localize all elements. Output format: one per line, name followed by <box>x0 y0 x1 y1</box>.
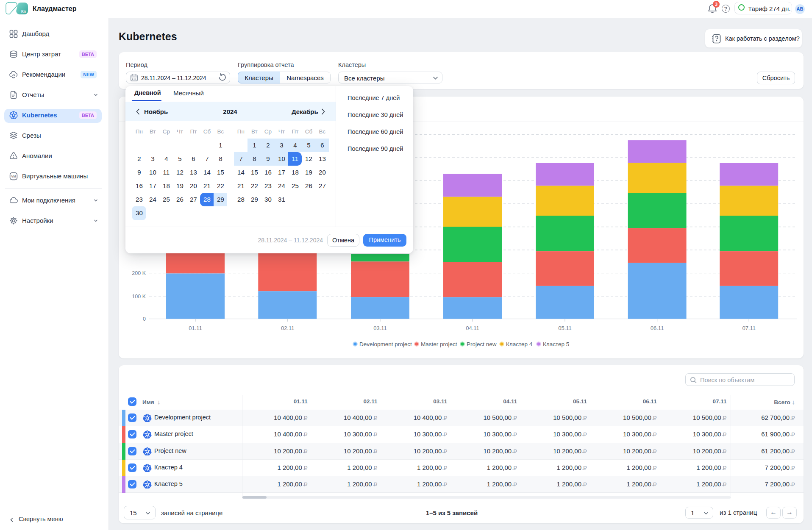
svg-text:02.11: 02.11 <box>281 325 295 331</box>
svg-text:VM: VM <box>11 175 16 178</box>
svg-text:0: 0 <box>143 316 146 322</box>
svg-text:06.11: 06.11 <box>651 325 664 331</box>
svg-text:Кп: Кп <box>21 9 26 14</box>
svg-text:Project new: Project new <box>467 341 497 347</box>
svg-text:Development project: Development project <box>359 341 412 347</box>
svg-text:Кластер 4: Кластер 4 <box>506 341 533 347</box>
svg-text:01.11: 01.11 <box>189 325 202 331</box>
svg-text:07.11: 07.11 <box>742 325 756 331</box>
svg-text:Кластер 5: Кластер 5 <box>543 341 569 347</box>
svg-text:03.11: 03.11 <box>373 325 387 331</box>
svg-text:100 K: 100 K <box>132 294 146 300</box>
svg-text:04.11: 04.11 <box>466 325 479 331</box>
svg-text:200 K: 200 K <box>132 270 146 276</box>
svg-text:Master project: Master project <box>421 341 457 347</box>
svg-text:05.11: 05.11 <box>558 325 572 331</box>
